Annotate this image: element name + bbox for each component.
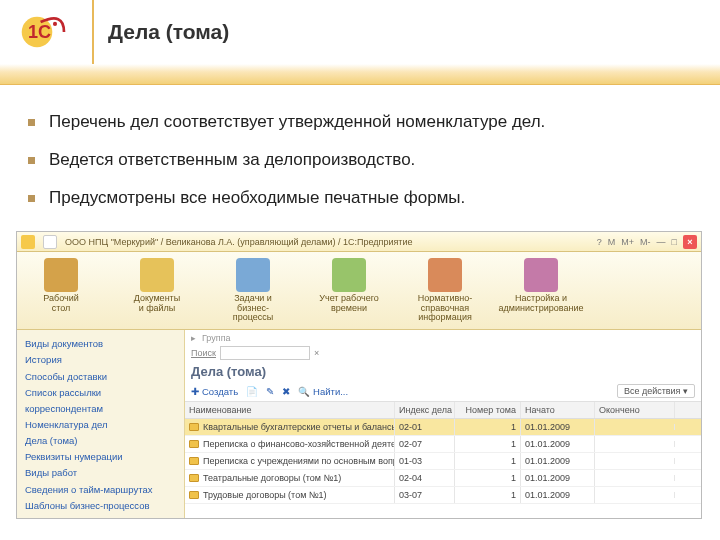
cell-index: 02-04 <box>395 470 455 486</box>
bullet-text: Предусмотрены все необходимые печатные ф… <box>49 187 465 209</box>
cell-tom: 1 <box>455 470 521 486</box>
section-label: Учет рабочеговремени <box>319 294 379 313</box>
copy-button[interactable]: 📄 <box>246 386 258 397</box>
cell-name: Переписка о финансово-хозяйственной деят… <box>203 439 395 449</box>
cell-end <box>595 424 675 430</box>
find-button[interactable]: 🔍 Найти... <box>298 386 348 397</box>
window-title: ООО НПЦ "Меркурий" / Великанова Л.А. (уп… <box>65 237 589 247</box>
section-tab[interactable]: Учет рабочеговремени <box>313 256 385 325</box>
mminus-button[interactable]: M- <box>640 237 651 247</box>
cell-start: 01.01.2009 <box>521 436 595 452</box>
table-row[interactable]: Квартальные бухгалтерские отчеты и балан… <box>185 419 701 436</box>
nav-link[interactable]: Виды работ <box>25 465 176 481</box>
cell-end <box>595 458 675 464</box>
section-label: Задачи ибизнес-процессы <box>221 294 285 322</box>
cell-name: Театральные договоры (том №1) <box>203 473 341 483</box>
slide-title: Дела (тома) <box>108 20 229 44</box>
nav-link[interactable]: Шаблоны бизнес-процессов <box>25 498 176 514</box>
table-row[interactable]: Театральные договоры (том №1)02-04101.01… <box>185 470 701 487</box>
sidebar: Виды документовИсторияСпособы доставкиСп… <box>17 330 185 519</box>
cell-tom: 1 <box>455 436 521 452</box>
logo-1c: 1C <box>0 0 94 64</box>
section-icon <box>44 258 78 292</box>
section-icon <box>236 258 270 292</box>
section-label: Настройка иадминистрирование <box>499 294 584 313</box>
cell-index: 02-07 <box>395 436 455 452</box>
help-icon[interactable]: ? <box>597 237 602 247</box>
section-tab[interactable]: Рабочийстол <box>25 256 97 325</box>
cell-tom: 1 <box>455 453 521 469</box>
breadcrumb: ▸ Группа <box>185 330 701 346</box>
bullet-list: Перечень дел соответствует утвержденной … <box>0 85 720 231</box>
cell-index: 02-01 <box>395 419 455 435</box>
cell-name: Переписка с учреждениями по основным воп… <box>203 456 395 466</box>
section-icon <box>524 258 558 292</box>
section-label: Рабочийстол <box>43 294 78 313</box>
col-end[interactable]: Окончено <box>595 402 675 418</box>
folder-icon <box>189 440 199 448</box>
cell-start: 01.01.2009 <box>521 487 595 503</box>
app-window: ООО НПЦ "Меркурий" / Великанова Л.А. (уп… <box>16 231 702 519</box>
svg-text:1C: 1C <box>28 22 51 42</box>
section-tab[interactable]: Задачи ибизнес-процессы <box>217 256 289 325</box>
section-tab[interactable]: Нормативно-справочнаяинформация <box>409 256 481 325</box>
app-icon <box>21 235 35 249</box>
cell-end <box>595 475 675 481</box>
col-name[interactable]: Наименование <box>185 402 395 418</box>
section-icon <box>332 258 366 292</box>
create-button[interactable]: ✚ Создать <box>191 386 238 397</box>
delete-button[interactable]: ✖ <box>282 386 290 397</box>
cell-index: 01-03 <box>395 453 455 469</box>
nav-link[interactable]: Номенклатура дел <box>25 417 176 433</box>
section-bar: РабочийстолДокументыи файлыЗадачи ибизне… <box>17 252 701 330</box>
section-tab[interactable]: Настройка иадминистрирование <box>505 256 577 325</box>
titlebar: ООО НПЦ "Меркурий" / Великанова Л.А. (уп… <box>17 232 701 252</box>
bullet-text: Ведется ответственным за делопроизводств… <box>49 149 415 171</box>
col-start[interactable]: Начато <box>521 402 595 418</box>
nav-link[interactable]: Список рассылки корреспондентам <box>25 385 176 417</box>
star-icon[interactable] <box>43 235 57 249</box>
mplus-button[interactable]: M+ <box>621 237 634 247</box>
folder-icon <box>189 491 199 499</box>
nav-link[interactable]: История <box>25 352 176 368</box>
clear-icon[interactable]: × <box>314 348 319 358</box>
cell-end <box>595 441 675 447</box>
table-row[interactable]: Переписка о финансово-хозяйственной деят… <box>185 436 701 453</box>
col-tom[interactable]: Номер тома <box>455 402 521 418</box>
maximize-icon[interactable]: □ <box>672 237 677 247</box>
edit-button[interactable]: ✎ <box>266 386 274 397</box>
data-grid[interactable]: Наименование Индекс дела Номер тома Нача… <box>185 402 701 519</box>
section-label: Документыи файлы <box>134 294 180 313</box>
col-index[interactable]: Индекс дела <box>395 402 455 418</box>
nav-link[interactable]: Виды документов <box>25 336 176 352</box>
search-label: Поиск <box>191 348 216 358</box>
cell-start: 01.01.2009 <box>521 453 595 469</box>
section-icon <box>428 258 462 292</box>
nav-link[interactable]: Дела (тома) <box>25 433 176 449</box>
panel-title: Дела (тома) <box>185 362 701 381</box>
cell-tom: 1 <box>455 487 521 503</box>
table-row[interactable]: Трудовые договоры (том №1)03-07101.01.20… <box>185 487 701 504</box>
folder-icon <box>189 457 199 465</box>
cell-name: Трудовые договоры (том №1) <box>203 490 327 500</box>
cell-start: 01.01.2009 <box>521 419 595 435</box>
section-label: Нормативно-справочнаяинформация <box>413 294 477 322</box>
nav-link[interactable]: Способы доставки <box>25 369 176 385</box>
table-row[interactable]: Переписка с учреждениями по основным воп… <box>185 453 701 470</box>
minimize-icon[interactable]: — <box>657 237 666 247</box>
nav-link[interactable]: Сведения о тайм-маршрутах <box>25 482 176 498</box>
bullet-text: Перечень дел соответствует утвержденной … <box>49 111 545 133</box>
section-icon <box>140 258 174 292</box>
cell-name: Квартальные бухгалтерские отчеты и балан… <box>203 422 395 432</box>
svg-point-2 <box>53 22 57 26</box>
cell-tom: 1 <box>455 419 521 435</box>
close-icon[interactable]: × <box>683 235 697 249</box>
all-actions-button[interactable]: Все действия ▾ <box>617 384 695 398</box>
m-button[interactable]: M <box>608 237 616 247</box>
nav-link[interactable]: Реквизиты нумерации <box>25 449 176 465</box>
search-input[interactable] <box>220 346 310 360</box>
cell-end <box>595 492 675 498</box>
folder-icon <box>189 474 199 482</box>
section-tab[interactable]: Документыи файлы <box>121 256 193 325</box>
cell-start: 01.01.2009 <box>521 470 595 486</box>
